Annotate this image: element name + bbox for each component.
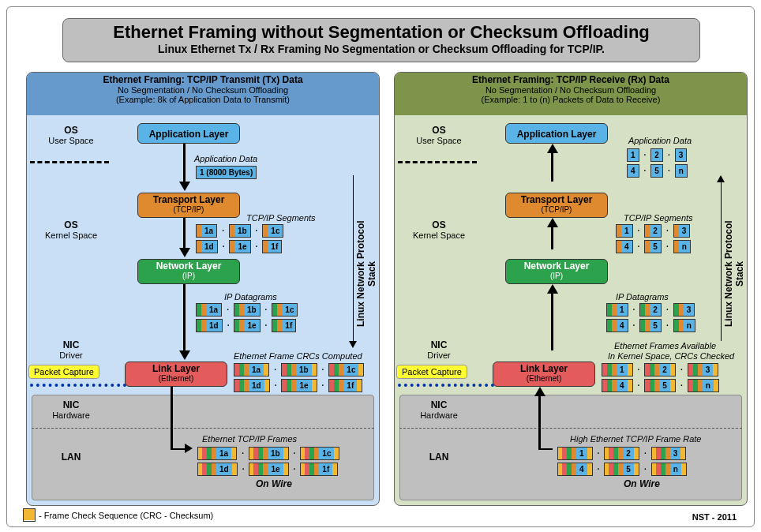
tx-hw-lan-divider xyxy=(32,428,374,429)
tx-app-data-caption: Application Data xyxy=(194,154,257,163)
rx-user-kernel-divider xyxy=(398,161,477,163)
rx-onwire: On Wire xyxy=(624,478,660,489)
tx-nic-driver-label: NICDriver xyxy=(32,339,111,360)
tx-os-kernel-label: OSKernel Space xyxy=(32,219,111,240)
rx-arrow-link-network xyxy=(547,284,558,294)
tx-header-line1: Ethernet Framing: TCP/IP Transmit (Tx) D… xyxy=(27,74,379,85)
rx-header-line2: No Segmentation / No Checksum Offloading xyxy=(395,85,747,95)
rx-stack-arrow-up xyxy=(717,175,725,182)
tx-tcp-seg-caption: TCP/IP Segments xyxy=(246,213,316,223)
tx-arrow-network-link xyxy=(179,350,190,360)
rx-driver-hw-divider xyxy=(398,384,500,387)
tx-wire-caption: Ethernet TCP/IP Frames xyxy=(202,434,297,444)
rx-arrow-network-transport xyxy=(547,218,558,227)
tx-frame-row1: 1a· 1b· 1c xyxy=(234,363,364,377)
rx-header: Ethernet Framing: TCP/IP Receive (Rx) Da… xyxy=(395,73,747,115)
tx-tcp-row1: 1a· 1b· 1c xyxy=(196,224,283,238)
tx-header-line3: (Example: 8k of Application Data to Tran… xyxy=(27,95,379,104)
rx-packet-capture-label: Packet Capture xyxy=(396,365,467,379)
tx-ip-caption: IP Datagrams xyxy=(224,292,277,302)
rx-os-kernel-label: OSKernel Space xyxy=(399,219,478,240)
rx-stack-label: Linux Network Protocol Stack xyxy=(723,215,745,333)
tx-stack-arrow-down xyxy=(349,341,357,348)
tx-driver-hw-divider xyxy=(30,384,133,387)
rx-tcp-row1: 1· 2· 3 xyxy=(616,224,690,238)
tx-user-kernel-divider xyxy=(30,161,109,163)
tx-transport-layer: Transport Layer(TCP/IP) xyxy=(137,193,240,218)
tx-ip-row2: 1d· 1e· 1f xyxy=(196,319,296,332)
rx-header-line1: Ethernet Framing: TCP/IP Receive (Rx) Da… xyxy=(395,74,747,85)
legend: - Frame Check Sequence (CRC - Checksum) xyxy=(23,508,213,522)
tx-os-user-label: OSUser Space xyxy=(32,125,111,145)
tx-ip-row1: 1a· 1b· 1c xyxy=(196,303,298,317)
tx-frame-caption: Ethernet Frame CRCs Computed xyxy=(234,351,362,361)
tx-nic-hw-label: NICHardware xyxy=(32,399,111,420)
tx-panel: Ethernet Framing: TCP/IP Transmit (Tx) D… xyxy=(26,72,380,506)
tx-link-layer: Link Layer(Ethernet) xyxy=(125,362,227,387)
tx-arrow-link-lan xyxy=(185,444,193,453)
tx-app-layer: Application Layer xyxy=(137,123,240,144)
rx-tcp-seg-caption: TCP/IP Segments xyxy=(624,213,693,223)
rx-lan-label: LAN xyxy=(399,451,478,463)
rx-ip-row1: 1· 2· 3 xyxy=(606,303,695,317)
tx-onwire: On Wire xyxy=(256,478,292,489)
rx-os-user-label: OSUser Space xyxy=(399,125,478,145)
credit: NST - 2011 xyxy=(692,512,737,522)
rx-nic-driver-label: NICDriver xyxy=(399,339,478,360)
rx-wire-row1: 1· 2· 3 xyxy=(557,447,686,460)
tx-lan-label: LAN xyxy=(32,451,111,463)
tx-network-layer: Network Layer(IP) xyxy=(137,259,240,284)
title-sub: Linux Ethernet Tx / Rx Framing No Segmen… xyxy=(63,43,699,55)
rx-arrow-lan-link xyxy=(534,387,545,396)
rx-ip-caption: IP Datagrams xyxy=(616,292,669,302)
tx-header-line2: No Segmentation / No Checksum Offloading xyxy=(27,85,379,95)
diagram-frame: Ethernet Framing without Segmentation or… xyxy=(6,6,755,527)
rx-transport-layer: Transport Layer(TCP/IP) xyxy=(505,193,608,218)
rx-frame-caption2: In Kernel Space, CRCs Checked xyxy=(608,351,734,361)
rx-app-data-caption: Application Data xyxy=(628,136,692,145)
rx-panel: Ethernet Framing: TCP/IP Receive (Rx) Da… xyxy=(394,72,748,506)
rx-frame-row1: 1· 2· 3 xyxy=(602,363,718,377)
rx-app-layer: Application Layer xyxy=(505,123,608,144)
title-main: Ethernet Framing without Segmentation or… xyxy=(63,22,699,43)
tx-tcp-row2: 1d· 1e· 1f xyxy=(196,240,282,253)
rx-network-layer: Network Layer(IP) xyxy=(505,259,608,284)
tx-stack-label: Linux Network Protocol Stack xyxy=(355,215,377,333)
rx-frame-caption1: Ethernet Frames Available xyxy=(614,341,716,350)
tx-frame-row2: 1d· 1e· 1f xyxy=(234,379,362,392)
tx-arrow-transport-network xyxy=(179,248,190,257)
tx-wire-row1: 1a· 1b· 1c xyxy=(197,447,339,460)
rx-link-layer: Link Layer(Ethernet) xyxy=(493,362,595,387)
rx-app-row1: 1· 2· 3 xyxy=(627,148,687,162)
tx-header: Ethernet Framing: TCP/IP Transmit (Tx) D… xyxy=(27,73,379,115)
rx-wire-row2: 4· 5· n xyxy=(557,463,687,476)
tx-packet-capture-label: Packet Capture xyxy=(28,365,99,379)
legend-text: - Frame Check Sequence (CRC - Checksum) xyxy=(39,511,213,520)
rx-wire-caption: High Ethernet TCP/IP Frame Rate xyxy=(570,434,702,444)
rx-header-line3: (Example: 1 to (n) Packets of Data to Re… xyxy=(395,95,747,104)
tx-app-data-pkt: 1 (8000 Bytes) xyxy=(196,166,257,179)
rx-app-row2: 4· 5· n xyxy=(627,164,688,178)
rx-hw-lan-divider xyxy=(399,428,742,429)
tx-wire-row2: 1d· 1e· 1f xyxy=(197,463,338,476)
title-bar: Ethernet Framing without Segmentation or… xyxy=(62,18,700,62)
rx-frame-row2: 4· 5· n xyxy=(602,379,719,392)
tx-arrow-app-transport xyxy=(179,182,190,191)
rx-nic-hw-label: NICHardware xyxy=(399,399,478,420)
rx-arrow-transport-app xyxy=(547,144,558,153)
rx-ip-row2: 4· 5· n xyxy=(606,319,695,332)
rx-tcp-row2: 4· 5· n xyxy=(616,240,691,253)
